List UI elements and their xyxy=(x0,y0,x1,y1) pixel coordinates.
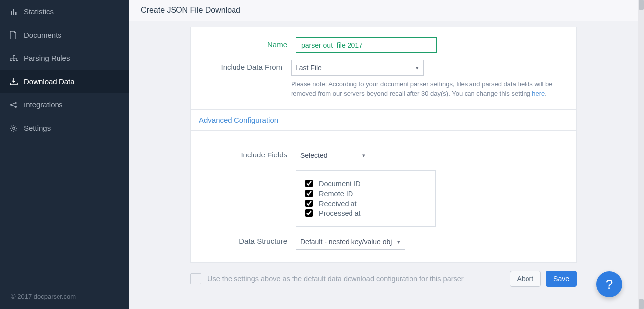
svg-rect-1 xyxy=(13,9,15,15)
basic-config-panel: Name Include Data From Last File Please … xyxy=(190,27,577,109)
save-button[interactable]: Save xyxy=(546,271,577,287)
name-input[interactable] xyxy=(296,37,437,53)
help-fab[interactable]: ? xyxy=(596,271,622,297)
sidebar-footer: © 2017 docparser.com xyxy=(11,293,76,300)
field-remote-id-checkbox[interactable] xyxy=(305,190,313,197)
field-processed-at[interactable]: Processed at xyxy=(305,209,426,217)
svg-rect-0 xyxy=(11,11,12,15)
sidebar-item-documents[interactable]: Documents xyxy=(0,23,129,47)
svg-rect-4 xyxy=(13,55,15,56)
sidebar-label: Parsing Rules xyxy=(24,54,70,62)
svg-point-8 xyxy=(10,104,12,106)
include-fields-select[interactable]: Selected xyxy=(296,148,370,163)
include-fields-label: Include Fields xyxy=(201,148,296,159)
field-document-id-checkbox[interactable] xyxy=(305,180,313,187)
svg-point-10 xyxy=(15,106,17,108)
svg-rect-5 xyxy=(10,60,12,61)
sidebar-item-settings[interactable]: Settings xyxy=(0,116,129,140)
page-title: Create JSON File Download xyxy=(129,0,638,21)
field-selection-box: Document ID Remote ID Received at P xyxy=(296,170,436,227)
field-received-at[interactable]: Received at xyxy=(305,200,426,207)
svg-point-9 xyxy=(15,102,17,104)
scrollbar-down[interactable] xyxy=(639,299,644,309)
sidebar-item-parsing-rules[interactable]: Parsing Rules xyxy=(0,47,129,70)
sidebar-label: Integrations xyxy=(24,101,62,109)
advanced-config-link[interactable]: Advanced Configuration xyxy=(199,116,278,124)
abort-button[interactable]: Abort xyxy=(510,271,541,287)
sidebar-label: Settings xyxy=(24,124,51,132)
sidebar-item-integrations[interactable]: Integrations xyxy=(0,93,129,116)
sitemap-icon xyxy=(10,55,21,62)
sidebar: Statistics Documents Parsing Rules Downl… xyxy=(0,0,129,309)
content-area: Create JSON File Download Name Include D… xyxy=(129,0,638,309)
include-from-select[interactable]: Last File xyxy=(291,60,424,76)
svg-rect-7 xyxy=(16,60,18,61)
include-from-label: Include Data From xyxy=(201,60,291,71)
name-label: Name xyxy=(201,37,296,49)
field-document-id[interactable]: Document ID xyxy=(305,180,426,188)
download-icon xyxy=(10,78,21,85)
scrollbar-up[interactable] xyxy=(639,0,644,10)
svg-rect-6 xyxy=(13,60,15,61)
sidebar-item-statistics[interactable]: Statistics xyxy=(0,0,129,23)
sidebar-label: Statistics xyxy=(24,7,54,16)
data-structure-select[interactable]: Default - nested key/value obj xyxy=(296,234,405,250)
svg-point-11 xyxy=(13,127,15,129)
default-config-checkbox[interactable] xyxy=(190,273,201,284)
gear-icon xyxy=(10,124,21,132)
field-received-at-checkbox[interactable] xyxy=(305,200,313,207)
share-icon xyxy=(10,102,21,108)
field-processed-at-checkbox[interactable] xyxy=(305,209,313,217)
retention-note: Please note: According to your document … xyxy=(291,80,566,99)
retention-link[interactable]: here xyxy=(532,90,545,97)
advanced-config-header[interactable]: Advanced Configuration xyxy=(190,109,577,131)
scrollbar-track[interactable] xyxy=(638,0,644,309)
document-icon xyxy=(10,31,21,39)
sidebar-label: Download Data xyxy=(24,77,75,86)
field-remote-id[interactable]: Remote ID xyxy=(305,190,426,198)
advanced-config-panel: Include Fields Selected Document I xyxy=(190,131,577,263)
sidebar-item-download-data[interactable]: Download Data xyxy=(0,70,129,93)
bar-chart-icon xyxy=(10,8,21,15)
sidebar-label: Documents xyxy=(24,31,61,39)
form-footer: Use the settings above as the default da… xyxy=(190,271,577,287)
data-structure-label: Data Structure xyxy=(201,234,296,245)
svg-rect-3 xyxy=(10,15,18,15)
default-config-label: Use the settings above as the default da… xyxy=(207,275,510,283)
